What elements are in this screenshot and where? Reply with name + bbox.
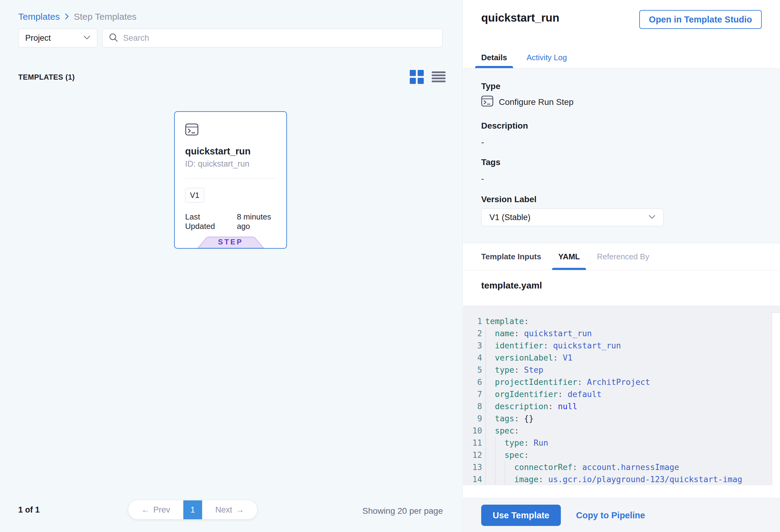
chevron-down-icon	[649, 214, 655, 220]
next-page-button[interactable]: Next →	[202, 500, 257, 519]
breadcrumb-current-page: Step Templates	[74, 11, 137, 22]
yaml-code: 1template:2 name: quickstart_run3 identi…	[463, 315, 780, 485]
type-value: Configure Run Step	[499, 97, 574, 107]
use-template-button[interactable]: Use Template	[481, 504, 561, 526]
panel-title: quickstart_run	[481, 11, 559, 24]
yaml-line: 8 description: null	[463, 400, 780, 412]
pagination: ← Prev 1 Next →	[128, 500, 257, 519]
open-in-template-studio-button[interactable]: Open in Template Studio	[639, 10, 762, 29]
last-updated-label: Last Updated	[185, 212, 232, 231]
tab-activity-log[interactable]: Activity Log	[527, 47, 567, 68]
version-label: Version Label	[481, 195, 537, 204]
template-card-title: quickstart_run	[185, 146, 250, 157]
search-box	[102, 29, 443, 47]
view-toggles	[410, 70, 446, 84]
card-divider	[185, 179, 276, 179]
step-type-banner-label: STEP	[197, 238, 264, 246]
yaml-file-name: template.yaml	[481, 280, 542, 291]
yaml-line: 3 identifier: quickstart_run	[463, 339, 780, 351]
yaml-line: 13 connectorRef: account.harnessImage	[463, 461, 780, 473]
yaml-line: 10 spec:	[463, 424, 780, 437]
page-1-button[interactable]: 1	[183, 500, 202, 519]
step-type-banner: STEP	[197, 237, 264, 248]
yaml-line: 1template:	[463, 315, 780, 327]
version-dropdown[interactable]: V1 (Stable)	[481, 208, 664, 226]
grid-view-icon[interactable]	[410, 70, 424, 84]
chevron-down-icon	[84, 35, 90, 41]
yaml-line: 14 image: us.gcr.io/playground-123/quick…	[463, 473, 780, 485]
type-value-row: Configure Run Step	[481, 95, 574, 109]
yaml-line: 11 type: Run	[463, 437, 780, 449]
template-card-id: ID: quickstart_run	[185, 159, 250, 169]
yaml-line: 2 name: quickstart_run	[463, 327, 780, 339]
breadcrumb-templates-link[interactable]: Templates	[18, 11, 60, 22]
yaml-line: 6 projectIdentifier: ArchitProject	[463, 376, 780, 388]
sub-tabs-bottom-divider	[463, 270, 780, 270]
tags-label: Tags	[481, 157, 500, 167]
run-step-terminal-icon	[481, 95, 493, 109]
version-dropdown-value: V1 (Stable)	[489, 213, 530, 222]
prev-page-button[interactable]: ← Prev	[128, 500, 183, 519]
description-value: -	[481, 137, 484, 147]
tab-details[interactable]: Details	[481, 47, 507, 68]
breadcrumb: Templates Step Templates	[18, 11, 137, 22]
yaml-line: 5 type: Step	[463, 364, 780, 376]
template-details-panel: quickstart_run Open in Template Studio D…	[463, 0, 780, 532]
type-label: Type	[481, 82, 500, 91]
yaml-tabs: Template Inputs YAML Referenced By	[481, 243, 649, 270]
page-count-summary: 1 of 1	[18, 505, 40, 515]
templates-page: Templates Step Templates Project TEMPLAT…	[0, 0, 780, 532]
yaml-line: 7 orgIdentifier: default	[463, 388, 780, 400]
tab-template-inputs[interactable]: Template Inputs	[481, 243, 541, 270]
description-label: Description	[481, 121, 528, 131]
list-view-icon[interactable]	[432, 71, 446, 82]
yaml-scrollbar[interactable]	[772, 312, 780, 485]
template-list-panel: Templates Step Templates Project TEMPLAT…	[0, 0, 462, 532]
arrow-left-icon: ←	[141, 505, 150, 515]
last-updated-row: Last Updated 8 minutes ago	[185, 212, 286, 231]
yaml-line: 4 versionLabel: V1	[463, 351, 780, 364]
arrow-right-icon: →	[236, 505, 244, 515]
per-page-label: Showing 20 per page	[358, 506, 443, 516]
yaml-line: 9 tags: {}	[463, 412, 780, 424]
version-badge: V1	[185, 188, 204, 203]
tab-yaml[interactable]: YAML	[558, 243, 580, 270]
templates-count-label: TEMPLATES (1)	[18, 73, 75, 82]
template-card[interactable]: quickstart_run ID: quickstart_run V1 Las…	[174, 111, 287, 249]
search-input[interactable]	[123, 34, 436, 43]
search-icon	[108, 33, 118, 44]
run-step-terminal-icon	[185, 124, 198, 137]
copy-to-pipeline-link[interactable]: Copy to Pipeline	[576, 511, 645, 521]
tags-value: -	[481, 174, 484, 184]
last-updated-value: 8 minutes ago	[237, 212, 286, 231]
scope-dropdown-value: Project	[25, 34, 51, 43]
breadcrumb-chevron-icon	[65, 11, 69, 22]
scope-dropdown[interactable]: Project	[18, 29, 97, 47]
yaml-line: 12 spec:	[463, 449, 780, 461]
tab-referenced-by[interactable]: Referenced By	[597, 243, 649, 270]
yaml-editor[interactable]: 1template:2 name: quickstart_run3 identi…	[463, 305, 780, 485]
details-tabs: Details Activity Log	[481, 47, 567, 68]
